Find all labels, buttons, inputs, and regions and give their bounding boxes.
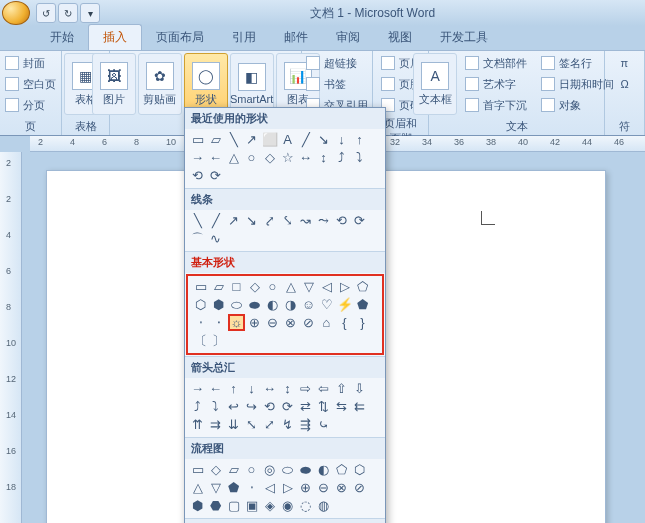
- shape-option[interactable]: ∿: [207, 230, 224, 247]
- shape-option[interactable]: ◇: [261, 149, 278, 166]
- shape-option[interactable]: ⬡: [192, 296, 209, 313]
- shape-option[interactable]: ⬜: [261, 131, 278, 148]
- shape-option[interactable]: ⊕: [297, 479, 314, 496]
- shape-option[interactable]: ╱: [207, 212, 224, 229]
- dropcap-button[interactable]: 首字下沉: [459, 95, 533, 115]
- tab-page-layout[interactable]: 页面布局: [142, 25, 218, 50]
- shape-option[interactable]: ⟲: [261, 398, 278, 415]
- qat-undo-icon[interactable]: ↺: [36, 3, 56, 23]
- shape-option[interactable]: →: [189, 380, 206, 397]
- shape-option[interactable]: ↩: [225, 398, 242, 415]
- shape-option[interactable]: □: [228, 278, 245, 295]
- shape-option[interactable]: ☼: [228, 314, 245, 331]
- bookmark-button[interactable]: 书签: [300, 74, 374, 94]
- tab-developer[interactable]: 开发工具: [426, 25, 502, 50]
- shape-option[interactable]: ⊗: [333, 479, 350, 496]
- shape-option[interactable]: ⚡: [336, 296, 353, 313]
- shape-option[interactable]: ⬡: [351, 461, 368, 478]
- shape-option[interactable]: ⇉: [207, 416, 224, 433]
- shape-option[interactable]: ↘: [243, 212, 260, 229]
- shape-option[interactable]: ▷: [336, 278, 353, 295]
- shape-option[interactable]: △: [189, 479, 206, 496]
- qat-redo-icon[interactable]: ↻: [58, 3, 78, 23]
- shape-option[interactable]: ◌: [297, 497, 314, 514]
- shape-option[interactable]: ⬞: [192, 314, 209, 331]
- shape-option[interactable]: ⇩: [351, 380, 368, 397]
- shape-option[interactable]: ○: [243, 149, 260, 166]
- shape-option[interactable]: ╲: [189, 212, 206, 229]
- shape-option[interactable]: ⊖: [264, 314, 281, 331]
- picture-button[interactable]: 🖼图片: [92, 53, 136, 115]
- shape-option[interactable]: ⟳: [279, 398, 296, 415]
- shape-option[interactable]: ⬬: [246, 296, 263, 313]
- shape-option[interactable]: ○: [243, 461, 260, 478]
- shape-option[interactable]: ⊕: [246, 314, 263, 331]
- shape-option[interactable]: ▷: [279, 479, 296, 496]
- shape-option[interactable]: ↑: [225, 380, 242, 397]
- shape-option[interactable]: ⇊: [225, 416, 242, 433]
- shape-option[interactable]: △: [282, 278, 299, 295]
- shape-option[interactable]: ◍: [315, 497, 332, 514]
- shape-option[interactable]: ⇅: [315, 398, 332, 415]
- shape-option[interactable]: ⟳: [351, 212, 368, 229]
- shape-option[interactable]: ↔: [261, 380, 278, 397]
- shape-option[interactable]: ⟲: [333, 212, 350, 229]
- shape-option[interactable]: ⌒: [189, 230, 206, 247]
- shape-option[interactable]: ◐: [315, 461, 332, 478]
- shape-option[interactable]: ⇦: [315, 380, 332, 397]
- shape-option[interactable]: ◇: [207, 461, 224, 478]
- shape-option[interactable]: ◑: [282, 296, 299, 313]
- shape-option[interactable]: ⌂: [318, 314, 335, 331]
- shape-option[interactable]: ⇆: [333, 398, 350, 415]
- shape-option[interactable]: 〔: [192, 332, 209, 349]
- shape-option[interactable]: ⊖: [315, 479, 332, 496]
- shape-option[interactable]: ⇄: [297, 398, 314, 415]
- hyperlink-button[interactable]: 超链接: [300, 53, 374, 73]
- shape-option[interactable]: ⬠: [354, 278, 371, 295]
- blank-page-button[interactable]: 空白页: [0, 74, 62, 94]
- shape-option[interactable]: ◉: [279, 497, 296, 514]
- shape-option[interactable]: ⬞: [243, 479, 260, 496]
- shape-option[interactable]: ⬭: [228, 296, 245, 313]
- shape-option[interactable]: ↯: [279, 416, 296, 433]
- smartart-button[interactable]: ◧SmartArt: [230, 53, 274, 115]
- shape-option[interactable]: ☆: [279, 149, 296, 166]
- shape-option[interactable]: △: [225, 149, 242, 166]
- tab-view[interactable]: 视图: [374, 25, 426, 50]
- shape-option[interactable]: ⬟: [225, 479, 242, 496]
- shape-option[interactable]: ♡: [318, 296, 335, 313]
- wordart-button[interactable]: 艺术字: [459, 74, 533, 94]
- shape-option[interactable]: ⊘: [351, 479, 368, 496]
- shape-option[interactable]: ⊘: [300, 314, 317, 331]
- clipart-button[interactable]: ✿剪贴画: [138, 53, 182, 115]
- shape-option[interactable]: ◁: [261, 479, 278, 496]
- shape-option[interactable]: ⤿: [315, 416, 332, 433]
- shape-option[interactable]: ◈: [261, 497, 278, 514]
- shape-option[interactable]: ◇: [246, 278, 263, 295]
- shape-option[interactable]: ○: [264, 278, 281, 295]
- shape-option[interactable]: ⤳: [315, 212, 332, 229]
- shape-option[interactable]: ⇈: [189, 416, 206, 433]
- shape-option[interactable]: ☺: [300, 296, 317, 313]
- shape-option[interactable]: ╱: [297, 131, 314, 148]
- shape-option[interactable]: ◐: [264, 296, 281, 313]
- shape-option[interactable]: ▱: [225, 461, 242, 478]
- shape-option[interactable]: ⤢: [261, 416, 278, 433]
- shape-option[interactable]: ↗: [225, 212, 242, 229]
- shape-option[interactable]: ▣: [243, 497, 260, 514]
- shape-option[interactable]: ⬢: [210, 296, 227, 313]
- shape-option[interactable]: ↕: [279, 380, 296, 397]
- shape-option[interactable]: ▭: [192, 278, 209, 295]
- shape-option[interactable]: ╲: [225, 131, 242, 148]
- tab-home[interactable]: 开始: [36, 25, 88, 50]
- tab-insert[interactable]: 插入: [88, 24, 142, 50]
- shape-option[interactable]: ⬠: [333, 461, 350, 478]
- shape-option[interactable]: ◎: [261, 461, 278, 478]
- tab-review[interactable]: 审阅: [322, 25, 374, 50]
- shape-option[interactable]: ↕: [315, 149, 332, 166]
- shape-option[interactable]: ▱: [207, 131, 224, 148]
- shape-option[interactable]: A: [279, 131, 296, 148]
- shape-option[interactable]: ▭: [189, 461, 206, 478]
- shape-option[interactable]: ↓: [333, 131, 350, 148]
- shape-option[interactable]: ⤤: [261, 212, 278, 229]
